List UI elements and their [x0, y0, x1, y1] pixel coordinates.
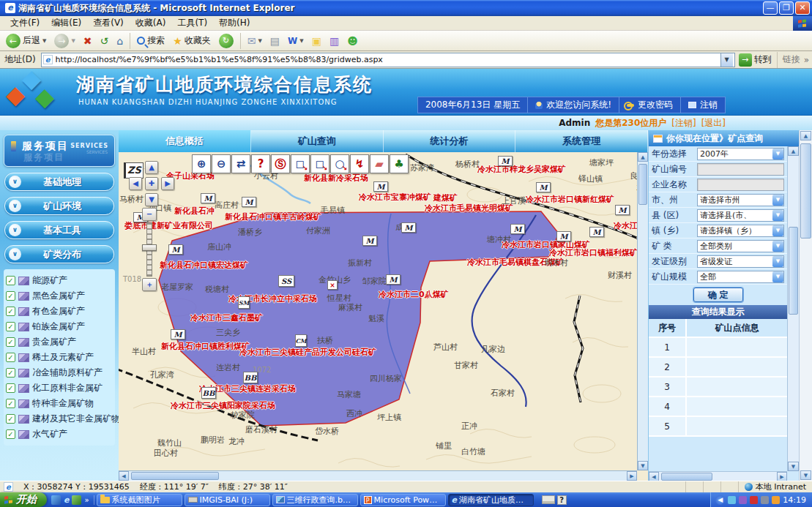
map-marker-sm[interactable]: SM	[238, 296, 250, 309]
field-input-矿山编号[interactable]	[697, 163, 784, 176]
messenger-button[interactable]: ☻	[344, 33, 361, 49]
map-marker-cm[interactable]: CM	[295, 334, 307, 347]
checkbox-checked-icon[interactable]: ✓	[6, 337, 15, 347]
chevron-down-icon[interactable]: ▼	[772, 256, 783, 267]
menu-item[interactable]: 帮助(H)	[213, 15, 256, 31]
history-button[interactable]: ↻	[216, 32, 236, 50]
links-label[interactable]: 链接	[783, 53, 800, 66]
tab-矿山查询[interactable]: 矿山查询	[251, 130, 384, 152]
show-desktop-icon[interactable]	[51, 495, 61, 505]
scroll-up-icon[interactable]: ▲	[788, 146, 799, 156]
map-marker-m[interactable]: M	[498, 156, 513, 166]
home-button[interactable]: ⌂	[113, 33, 126, 49]
task-button-三维行政查询.bmp...[interactable]: 三维行政查询.bmp...	[272, 494, 358, 506]
stop-button[interactable]: ✖	[81, 33, 95, 49]
scroll-down-icon[interactable]: ▼	[638, 461, 648, 470]
field-select-发证级别[interactable]: 省级发证▼	[697, 255, 784, 268]
checkbox-checked-icon[interactable]: ✓	[6, 353, 15, 362]
pan-center-button[interactable]: ✚	[145, 177, 158, 190]
map-tool-button[interactable]: ▰	[370, 154, 389, 173]
page-vertical-scrollbar[interactable]: ▲ ▼	[799, 130, 812, 481]
zoom-slider-handle[interactable]	[142, 244, 157, 251]
refresh-button[interactable]: ↺	[97, 33, 112, 49]
panel-horizontal-scrollbar[interactable]: ◀ ▶	[649, 471, 787, 481]
checkbox-checked-icon[interactable]: ✓	[6, 399, 15, 408]
map-marker-m[interactable]: M	[242, 197, 256, 207]
pan-right-button[interactable]: ▶	[161, 177, 174, 190]
pan-down-button[interactable]: ▼	[145, 193, 158, 206]
map-tool-button[interactable]: Ⓢ	[271, 154, 290, 173]
map-tool-button[interactable]: ○↘	[330, 154, 349, 173]
table-row[interactable]: 3	[649, 378, 787, 397]
panel-vscroll-thumb[interactable]	[789, 227, 798, 315]
map-marker-m[interactable]: M	[510, 224, 525, 234]
panel-hscroll-thumb[interactable]	[661, 473, 712, 481]
map-vertical-scrollbar[interactable]: ▲ ▼	[637, 152, 648, 470]
zoom-out-slider-button[interactable]: −	[142, 208, 157, 221]
chevron-down-icon[interactable]: ▼	[772, 149, 783, 159]
map-tool-button[interactable]: ◻↘	[291, 154, 310, 173]
menu-item[interactable]: 文件(F)	[4, 15, 45, 31]
map-horizontal-scrollbar[interactable]: ◀ ▶	[119, 470, 637, 481]
tray-network-icon[interactable]	[728, 496, 736, 504]
map-marker-x[interactable]: ×	[327, 280, 338, 290]
task-button-湖南省矿山地质环...[interactable]: e湖南省矿山地质环...	[448, 494, 534, 506]
favorites-button[interactable]: ★收藏夹	[170, 33, 214, 49]
map-tool-button[interactable]: ♣	[390, 154, 409, 173]
menu-item[interactable]: 工具(T)	[171, 15, 213, 31]
sidebar-section-基础地理[interactable]: ∨基础地理	[4, 173, 114, 191]
checkbox-checked-icon[interactable]: ✓	[6, 322, 15, 331]
quicklaunch-chevron-icon[interactable]: »	[84, 496, 89, 504]
checkbox-checked-icon[interactable]: ✓	[6, 291, 15, 301]
media-player-icon[interactable]	[72, 495, 81, 505]
sidebar-section-基本工具[interactable]: ∨基本工具	[4, 221, 114, 239]
back-dropdown-icon[interactable]: ▼	[42, 38, 46, 44]
scroll-down-icon[interactable]: ▼	[788, 462, 799, 471]
sidebar-section-矿类分布[interactable]: ∨矿类分布	[4, 245, 114, 263]
sidebar-section-矿山环境[interactable]: ∨矿山环境	[4, 197, 114, 215]
map-tool-button[interactable]: ⇄	[231, 154, 250, 173]
scroll-left-icon[interactable]: ◀	[119, 471, 129, 481]
map-marker-m[interactable]: M	[362, 236, 377, 246]
map-marker-m[interactable]: M	[373, 181, 388, 192]
field-select-市、州[interactable]: 请选择市州▼	[697, 194, 784, 206]
tray-security-icon[interactable]	[750, 496, 758, 504]
print-button[interactable]: ▤	[267, 33, 283, 49]
forward-button[interactable]: →▼	[51, 32, 78, 50]
mail-dropdown-icon[interactable]: ▼	[258, 38, 261, 44]
scroll-up-icon[interactable]: ▲	[800, 131, 811, 140]
change-password-button[interactable]: 更改密码	[619, 97, 680, 113]
map-tool-button[interactable]: ?	[251, 154, 270, 173]
checkbox-checked-icon[interactable]: ✓	[6, 429, 15, 439]
task-button-系统截图图片[interactable]: 系统截图图片	[97, 494, 182, 506]
edit-word-button[interactable]: W▼	[285, 33, 307, 49]
notes-button[interactable]: ▣	[309, 33, 324, 49]
map-marker-m[interactable]: M	[171, 329, 185, 339]
pan-up-button[interactable]: ▲	[145, 161, 158, 174]
checkbox-checked-icon[interactable]: ✓	[6, 414, 15, 424]
map-tool-button[interactable]: ⊕	[192, 154, 211, 173]
panel-vertical-scrollbar[interactable]: ▲ ▼	[787, 146, 799, 471]
map-marker-m[interactable]: M	[201, 193, 215, 203]
map-marker-bb[interactable]: BB	[243, 372, 258, 383]
field-input-企业名称[interactable]	[697, 179, 784, 191]
checkbox-checked-icon[interactable]: ✓	[6, 307, 15, 316]
table-row[interactable]: 2	[649, 358, 787, 378]
page-vscroll-thumb[interactable]	[800, 143, 811, 239]
back-button[interactable]: ←后退▼	[3, 32, 49, 50]
menu-item[interactable]: 查看(V)	[87, 15, 130, 31]
map-marker-m[interactable]: M	[589, 227, 604, 237]
edit-dropdown-icon[interactable]: ▼	[299, 38, 303, 44]
tray-app-icon[interactable]	[739, 496, 747, 504]
search-button[interactable]: 搜索	[134, 33, 168, 48]
field-select-矿山规模[interactable]: 全部▼	[697, 271, 784, 283]
field-select-矿 类[interactable]: 全部类别▼	[697, 240, 784, 252]
map-tool-button[interactable]: ◻↘	[310, 154, 329, 173]
zoom-in-slider-button[interactable]: ＋	[142, 278, 157, 291]
field-select-镇 (乡)[interactable]: 请选择镇（乡）▼	[697, 225, 784, 237]
checkbox-checked-icon[interactable]: ✓	[6, 276, 15, 285]
map-viewport[interactable]: ZS ▲ ◀ ✚ ▶ ▼ − ＋ ⊕⊖⇄?Ⓢ◻↘◻↘○↘↯▰♣ 金子山采石场新化…	[119, 152, 648, 481]
tab-系统管理[interactable]: 系统管理	[515, 130, 648, 152]
tab-统计分析[interactable]: 统计分析	[384, 130, 516, 152]
go-button[interactable]: →转到	[739, 53, 772, 67]
